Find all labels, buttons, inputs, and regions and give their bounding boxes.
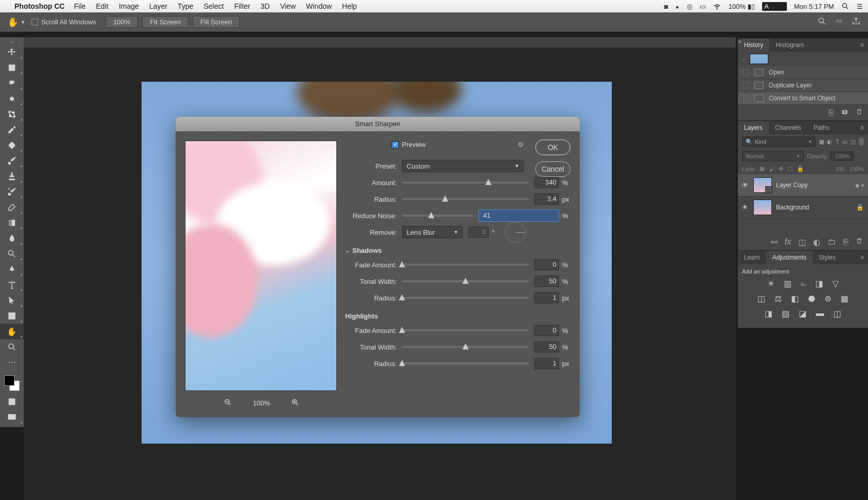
h-fade-input[interactable]: 0 [534,325,559,336]
new-layer-icon[interactable]: ⎘ [843,237,848,247]
blur-tool[interactable] [0,231,24,246]
invert-icon[interactable]: ◨ [765,309,772,319]
lock-all-icon[interactable]: 🔒 [797,165,804,172]
fill-input[interactable]: 100% [849,166,864,172]
history-item-duplicate[interactable]: Duplicate Layer [738,79,868,92]
filter-shape-icon[interactable]: ▭ [842,139,847,145]
layer-mask-icon[interactable]: ◫ [798,237,806,247]
menu-help[interactable]: Help [342,2,357,10]
layer-filter-select[interactable]: 🔍Kind▼ [742,137,816,147]
quick-select-tool[interactable] [0,91,24,107]
filter-type-icon[interactable]: T [835,139,839,145]
radius-slider[interactable] [402,198,529,200]
menu-view[interactable]: View [280,2,296,10]
filter-pixel-icon[interactable]: ▦ [819,139,824,145]
pen-tool[interactable] [0,262,24,277]
threshold-icon[interactable]: ◪ [799,309,807,319]
tab-styles[interactable]: Styles [813,251,842,264]
s-tonal-slider[interactable] [402,280,529,282]
curves-icon[interactable]: ⎁ [801,279,806,289]
dialog-settings-icon[interactable]: ⚙ [518,141,524,148]
vibrance-icon[interactable]: ▽ [832,279,839,289]
preset-select[interactable]: Custom▼ [402,160,524,172]
airplay-icon[interactable]: ▭ [700,3,706,10]
posterize-icon[interactable]: ▨ [782,309,789,319]
edit-toolbar[interactable]: ⋯ [0,355,24,370]
panel-menu-icon[interactable]: ≡ [856,251,868,264]
history-item-convert[interactable]: Convert to Smart Object [738,92,868,105]
panel-close-icon[interactable]: × [736,38,744,46]
s-radius-input[interactable]: 1 [534,292,559,304]
filter-smart-icon[interactable]: ◫ [850,139,856,145]
panel-menu-icon[interactable]: ≡ [856,121,868,134]
gradient-tool[interactable] [0,215,24,231]
filter-adjust-icon[interactable]: ◐ [827,139,832,145]
tool-preset-dropdown[interactable]: ▼ [21,20,25,25]
tab-channels[interactable]: Channels [769,121,808,134]
color-balance-icon[interactable]: ⚖ [774,294,782,304]
menu-window[interactable]: Window [306,2,332,10]
photo-filter-icon[interactable]: ⬣ [808,294,815,304]
visibility-icon[interactable]: 👁 [742,204,749,211]
hue-icon[interactable]: ◫ [757,294,765,304]
layer-thumb[interactable] [753,200,772,215]
layer-fx-icon[interactable]: fx [785,237,791,247]
s-fade-slider[interactable] [402,264,529,266]
link-layers-icon[interactable]: ⚯ [771,237,778,247]
app-name[interactable]: Photoshop CC [14,2,65,10]
zoom-level-button[interactable]: 100% [105,16,138,28]
menu-select[interactable]: Select [204,2,224,10]
h-fade-slider[interactable] [402,329,529,331]
layer-item-copy[interactable]: 👁 Layer Copy ◉ ▾ [738,174,868,196]
tab-histogram[interactable]: Histogram [769,38,810,52]
path-select-tool[interactable] [0,293,24,308]
dialog-preview-image[interactable] [185,141,337,391]
visibility-icon[interactable]: 👁 [742,181,749,189]
history-brush-tool[interactable] [0,184,24,200]
h-tonal-slider[interactable] [402,346,529,348]
amount-slider[interactable] [402,181,529,184]
menu-filter[interactable]: Filter [234,2,250,10]
snapshot-icon[interactable] [841,108,848,117]
smart-filter-indicator[interactable]: ◉ ▾ [855,183,864,188]
adjustment-layer-icon[interactable]: ◐ [813,237,820,247]
preview-checkbox[interactable]: ✓ [392,141,399,148]
clock[interactable]: Mon 5:17 PM [794,3,834,10]
brightness-icon[interactable]: ☀ [767,279,774,289]
h-radius-input[interactable]: 1 [534,358,559,369]
s-fade-input[interactable]: 0 [534,259,559,270]
s-radius-slider[interactable] [402,297,529,299]
fill-screen-button[interactable]: Fill Screen [193,16,240,28]
dropbox-icon[interactable]: ⬥ [675,3,679,10]
crop-tool[interactable] [0,107,24,122]
move-tool[interactable] [0,44,24,60]
scroll-all-checkbox[interactable] [32,19,38,25]
ok-button[interactable]: OK [535,140,570,155]
gradient-map-icon[interactable]: ▬ [816,309,824,319]
radius-input[interactable]: 3.4 [534,193,559,205]
tab-paths[interactable]: Paths [808,121,836,134]
share-icon[interactable] [851,17,861,27]
menu-image[interactable]: Image [119,2,139,10]
eraser-tool[interactable] [0,200,24,215]
arrange-icon[interactable]: ▭ [836,17,842,27]
cc-icon[interactable]: ◎ [687,3,692,10]
exposure-icon[interactable]: ◨ [815,279,823,289]
angle-dial[interactable] [505,222,526,243]
menu-extras-icon[interactable]: ☰ [857,3,863,10]
levels-icon[interactable]: ▥ [784,279,792,289]
tab-adjustments[interactable]: Adjustments [766,251,813,264]
channel-mixer-icon[interactable]: ⊛ [825,294,831,304]
tab-layers[interactable]: Layers [738,121,769,134]
spotlight-icon[interactable] [841,2,849,10]
screenmode-tool[interactable] [0,410,24,425]
lock-pixels-icon[interactable]: 🖌 [769,166,774,172]
tab-learn[interactable]: Learn [738,251,766,264]
menu-edit[interactable]: Edit [96,2,109,10]
delete-layer-icon[interactable] [856,237,863,247]
amount-input[interactable]: 340 [534,177,559,188]
shadows-header[interactable]: ⌄Shadows [345,247,570,254]
selective-color-icon[interactable]: ◫ [833,309,841,319]
delete-state-icon[interactable] [856,108,863,117]
input-source[interactable]: A ABC [762,2,786,11]
